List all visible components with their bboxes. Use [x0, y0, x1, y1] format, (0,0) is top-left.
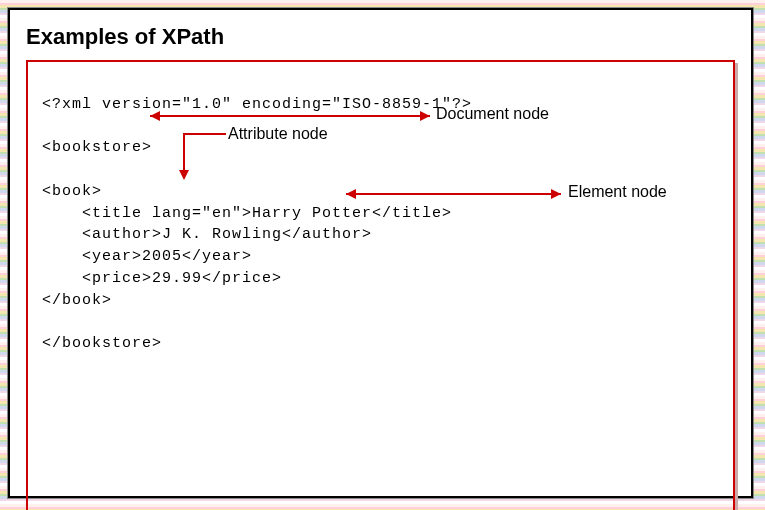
slide: Examples of XPath <?xml version="1.0" en…	[8, 8, 753, 498]
annotation-attribute-node: Attribute node	[228, 122, 328, 145]
svg-marker-6	[551, 189, 561, 199]
annotation-element-node: Element node	[568, 180, 667, 203]
code-line: <bookstore>	[42, 139, 152, 156]
xml-code-block: <?xml version="1.0" encoding="ISO-8859-1…	[26, 60, 735, 510]
page-title: Examples of XPath	[26, 24, 735, 50]
code-line: </book>	[42, 292, 112, 309]
svg-marker-3	[179, 170, 189, 180]
code-line: <title lang="en">Harry Potter</title>	[42, 205, 452, 222]
code-line: <year>2005</year>	[42, 248, 252, 265]
code-line: <author>J K. Rowling</author>	[42, 226, 372, 243]
svg-marker-2	[420, 111, 430, 121]
arrow-element-node	[346, 188, 571, 200]
arrow-attribute-node	[176, 132, 236, 182]
code-line: <book>	[42, 183, 102, 200]
annotation-document-node: Document node	[436, 102, 549, 125]
svg-marker-1	[150, 111, 160, 121]
arrow-document-node	[150, 110, 440, 122]
svg-marker-5	[346, 189, 356, 199]
code-line: </bookstore>	[42, 335, 162, 352]
code-line: <price>29.99</price>	[42, 270, 282, 287]
